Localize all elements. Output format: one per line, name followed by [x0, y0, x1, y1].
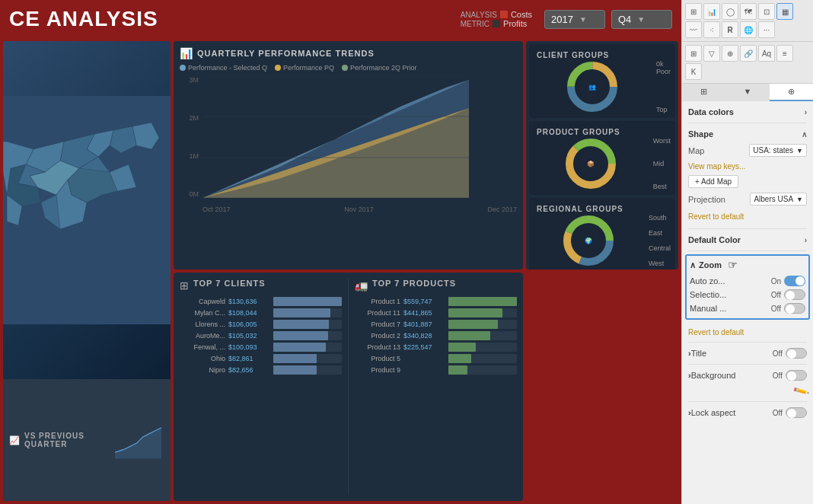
page-title: CE ANALYSIS — [9, 7, 461, 31]
tool-aq[interactable]: Aq — [758, 45, 775, 62]
tool-more[interactable]: ··· — [758, 21, 775, 38]
groups-section: CLIENT GROUPS 👥 0k — [526, 41, 678, 270]
title-section: › Title Off — [682, 343, 813, 364]
tool-gauge[interactable]: ⊕ — [722, 45, 738, 62]
default-color-header[interactable]: Default Color › — [688, 232, 807, 247]
clients-icon: ⊞ — [180, 279, 189, 292]
tool-table[interactable]: ⊞ — [685, 45, 702, 62]
shape-chevron: ∧ — [802, 130, 807, 139]
clients-section: ⊞ TOP 7 CLIENTS Capweld $130,636 Mylan C… — [180, 279, 349, 495]
map-visual — [3, 41, 171, 379]
list-item: Llorens ... $106,005 — [180, 320, 342, 329]
manual-toggle[interactable]: Off — [771, 303, 805, 314]
client-donut: 👥 — [566, 60, 619, 113]
pencil-icon: ✏️ — [792, 382, 809, 399]
panel-format-tabs: ⊞ ▼ ⊕ — [682, 84, 813, 101]
zoom-section: ∧ Zoom ☞ Auto zo... On Selectio... — [685, 254, 810, 320]
background-toggle[interactable]: Off — [773, 370, 807, 381]
product-groups-title: PRODUCT GROUPS — [534, 126, 671, 137]
products-list: Product 1 $559,747 Product 11 $441,865 P… — [355, 297, 517, 375]
selection-toggle[interactable]: Off — [771, 289, 805, 300]
clients-products-section: ⊞ TOP 7 CLIENTS Capweld $130,636 Mylan C… — [174, 273, 523, 501]
projection-row: Projection Albers USA ▼ — [688, 190, 807, 208]
list-item: Product 11 $441,865 — [355, 308, 517, 317]
svg-text:👥: 👥 — [588, 83, 596, 91]
map-section: 📈 VS PREVIOUS QUARTER — [3, 41, 171, 501]
svg-text:🌍: 🌍 — [585, 237, 592, 244]
tool-globe[interactable]: 🌐 — [740, 21, 757, 38]
background-switch[interactable] — [786, 370, 807, 381]
list-item: Mylan C... $108,044 — [180, 308, 342, 317]
tool-map[interactable]: 🗺 — [740, 3, 757, 20]
list-item: Fenwal, ... $100,093 — [180, 343, 342, 352]
year-dropdown[interactable]: 2017 ▼ — [544, 10, 605, 29]
quarter-dropdown[interactable]: Q4 ▼ — [611, 10, 672, 29]
auto-zoom-switch[interactable] — [784, 276, 805, 286]
map-dropdown[interactable]: USA: states ▼ — [749, 144, 807, 157]
title-switch[interactable] — [786, 348, 807, 359]
list-item: Product 9 — [355, 365, 517, 375]
tool-grid[interactable]: ⊡ — [758, 3, 775, 20]
lock-aspect-toggle[interactable]: Off — [773, 407, 807, 418]
data-colors-section: Data colors › — [682, 101, 813, 123]
chart-icon: 📊 — [180, 47, 193, 59]
add-map-button[interactable]: + Add Map — [688, 175, 738, 188]
selection-row: Selectio... Off — [690, 288, 805, 301]
tool-bar[interactable]: ▦ — [776, 3, 793, 20]
data-colors-header[interactable]: Data colors › — [688, 104, 807, 120]
projection-dropdown[interactable]: Albers USA ▼ — [750, 193, 807, 206]
tab-analytics[interactable]: ⊕ — [770, 84, 813, 101]
zoom-collapse-icon: ∧ — [690, 260, 696, 270]
products-section: 🚛 TOP 7 PRODUCTS Product 1 $559,747 Prod… — [349, 279, 517, 495]
tab-format[interactable]: ▼ — [725, 84, 769, 101]
tool-kpi[interactable]: K — [685, 63, 702, 80]
list-item: Capweld $130,636 — [180, 297, 342, 306]
view-map-keys: View map keys... — [688, 159, 807, 173]
background-row: › Background Off — [688, 368, 807, 383]
selection-switch[interactable] — [784, 289, 805, 300]
product-donut: 📦 — [564, 137, 617, 190]
clients-list: Capweld $130,636 Mylan C... $108,044 Llo… — [180, 297, 342, 375]
shape-header[interactable]: Shape ∧ — [688, 126, 807, 142]
clients-title: TOP 7 CLIENTS — [193, 279, 266, 288]
title-toggle[interactable]: Off — [773, 348, 807, 359]
list-item: Product 7 $401,887 — [355, 320, 517, 329]
panel-toolbar-2: ⊞ ▽ ⊕ 🔗 Aq ≡ K — [682, 42, 813, 84]
profits-color — [493, 20, 500, 27]
tool-pie[interactable]: ◯ — [722, 3, 738, 20]
title-row: › Title Off — [688, 346, 807, 361]
tool-bullet[interactable]: ≡ — [776, 45, 793, 62]
tool-filter[interactable]: ⊞ — [685, 3, 702, 20]
list-item: AuroMe... $105,032 — [180, 331, 342, 340]
regional-donut: 🌍 — [562, 214, 615, 267]
lock-aspect-switch[interactable] — [786, 407, 807, 418]
vs-prev-label: VS PREVIOUS QUARTER — [24, 432, 110, 448]
list-item: Product 1 $559,747 — [355, 297, 517, 306]
products-icon: 🚛 — [355, 279, 368, 292]
svg-text:📦: 📦 — [587, 160, 595, 167]
tool-wave[interactable]: 〰 — [685, 21, 702, 38]
tab-fields[interactable]: ⊞ — [682, 84, 725, 101]
shape-section: Shape ∧ Map USA: states ▼ View map keys.… — [682, 123, 813, 228]
right-panel: ⊞ 📊 ◯ 🗺 ⊡ ▦ 〰 ⁖ R 🌐 ··· ⊞ ▽ ⊕ 🔗 Aq ≡ K ⊞… — [681, 0, 813, 504]
vs-previous-section: 📈 VS PREVIOUS QUARTER — [3, 379, 171, 501]
costs-color — [500, 11, 508, 18]
manual-switch[interactable] — [784, 303, 805, 314]
cursor-icon: ☞ — [728, 259, 738, 271]
tool-r[interactable]: R — [722, 21, 738, 38]
tool-funnel[interactable]: ▽ — [703, 45, 720, 62]
sparkline-icon: 📈 — [9, 435, 20, 445]
auto-zoom-toggle[interactable]: On — [771, 276, 805, 286]
default-color-section: Default Color › — [682, 229, 813, 250]
products-title: TOP 7 PRODUCTS — [372, 279, 456, 288]
zoom-header: ∧ Zoom ☞ — [690, 259, 805, 271]
tool-scatter[interactable]: ⁖ — [703, 21, 720, 38]
x-axis-labels: Oct 2017 Nov 2017 Dec 2017 — [202, 206, 517, 213]
panel-toolbar: ⊞ 📊 ◯ 🗺 ⊡ ▦ 〰 ⁖ R 🌐 ··· — [682, 0, 813, 42]
list-item: Ohio $82,861 — [180, 354, 342, 363]
revert-section-2: Revert to default — [682, 323, 813, 342]
tool-link[interactable]: 🔗 — [740, 45, 757, 62]
tool-chart[interactable]: 📊 — [703, 3, 720, 20]
quarterly-section: 📊 QUARTERLY PERFORMANCE TRENDS Performan… — [174, 41, 523, 270]
trend-chart — [202, 76, 517, 198]
